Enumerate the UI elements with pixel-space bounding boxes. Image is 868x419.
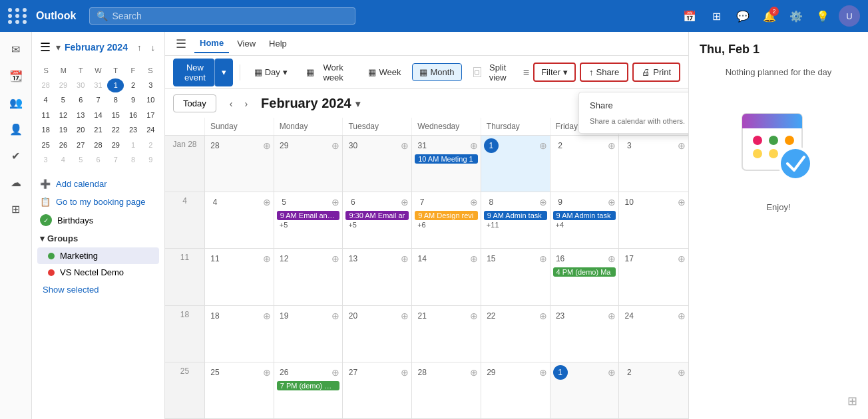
cal-day[interactable]: 27⊕ (343, 362, 412, 418)
cal-day[interactable]: 23⊕ (550, 306, 620, 362)
contacts-icon[interactable]: 👤 (4, 117, 28, 141)
mini-day[interactable]: 31 (90, 78, 107, 92)
menu-hamburger[interactable]: ☰ (176, 37, 186, 51)
add-event-icon[interactable]: ⊕ (263, 140, 271, 151)
help-icon[interactable]: 💡 (812, 5, 833, 27)
mini-day[interactable]: 27 (73, 138, 89, 152)
filter-button[interactable]: Filter ▾ (533, 63, 576, 82)
cal-day[interactable]: 19⊕ (274, 306, 343, 362)
cal-day[interactable]: 4⊕ (205, 192, 274, 248)
mini-day[interactable]: 20 (73, 123, 89, 137)
mini-day[interactable]: 4 (37, 93, 54, 107)
mini-day[interactable]: 26 (55, 138, 71, 152)
add-event-icon[interactable]: ⊕ (401, 311, 409, 321)
cal-day[interactable]: 2⊕ (550, 136, 620, 192)
cal-day[interactable]: 6⊕ 9:30 AM Email ar +5 (343, 192, 412, 248)
add-event-icon[interactable]: ⊕ (608, 253, 616, 264)
cal-day[interactable]: 24⊕ (619, 306, 688, 362)
add-event-icon[interactable]: ⊕ (401, 253, 409, 264)
calendar-nav-icon[interactable]: 📆 (4, 64, 28, 88)
mini-day[interactable]: 16 (124, 108, 141, 122)
apps-nav-icon[interactable]: ⊞ (4, 197, 28, 221)
add-event-icon[interactable]: ⊕ (539, 253, 547, 264)
cal-day[interactable]: 5⊕ 9 AM Email and c +5 (274, 192, 343, 248)
add-event-icon[interactable]: ⊕ (539, 311, 547, 321)
cal-day[interactable]: 14⊕ (412, 249, 481, 305)
marketing-group-item[interactable]: Marketing (37, 247, 159, 264)
event-pill[interactable]: 9 AM Admin task (553, 211, 616, 220)
print-button[interactable]: 🖨 Print (632, 63, 680, 82)
add-event-icon[interactable]: ⊕ (263, 253, 271, 264)
cal-day[interactable]: 11⊕ (205, 249, 274, 305)
mini-day[interactable]: 10 (142, 93, 159, 107)
add-event-icon[interactable]: ⊕ (539, 367, 547, 378)
mail-icon[interactable]: ✉ (4, 37, 28, 61)
avatar[interactable]: U (839, 5, 860, 27)
prev-month-button[interactable]: ↑ (133, 41, 146, 54)
event-pill[interactable]: 4 PM (demo) Ma (553, 267, 616, 277)
cal-day[interactable]: 18⊕ (205, 306, 274, 362)
mini-day[interactable]: 25 (37, 138, 54, 152)
todo-icon[interactable]: ✔ (4, 144, 28, 168)
cal-day[interactable]: 26⊕ 7 PM (demo) Eve (274, 362, 343, 418)
mini-day[interactable]: 5 (73, 153, 89, 167)
settings-icon[interactable]: ⚙️ (785, 5, 807, 27)
add-event-icon[interactable]: ⊕ (470, 253, 478, 264)
mini-day[interactable]: 3 (142, 78, 159, 92)
event-pill[interactable]: 9:30 AM Email ar (345, 211, 409, 220)
add-event-icon[interactable]: ⊕ (539, 197, 547, 208)
mini-day[interactable]: 4 (55, 153, 71, 167)
add-event-icon[interactable]: ⊕ (263, 367, 271, 378)
add-event-icon[interactable]: ⊕ (331, 311, 339, 321)
search-input[interactable] (112, 11, 348, 21)
work-week-button[interactable]: ▦ Work week (299, 59, 357, 86)
chat-icon[interactable]: 💬 (732, 5, 754, 27)
cal-day[interactable]: 28⊕ (205, 136, 274, 192)
add-event-icon[interactable]: ⊕ (331, 367, 339, 378)
add-event-icon[interactable]: ⊕ (401, 197, 409, 208)
new-event-dropdown[interactable]: ▾ (214, 59, 233, 86)
apps-button[interactable] (8, 8, 28, 24)
mini-day[interactable]: 28 (90, 138, 107, 152)
calendar-icon[interactable]: 📅 (679, 5, 700, 27)
week-view-button[interactable]: ▦ Week (361, 63, 408, 81)
mini-day[interactable]: 17 (142, 108, 159, 122)
sidebar-month-title[interactable]: February 2024 (65, 42, 128, 53)
add-calendar-button[interactable]: ➕ Add calendar (37, 175, 159, 193)
event-more[interactable]: +5 (345, 220, 409, 229)
event-more[interactable]: +11 (484, 220, 547, 229)
mini-day[interactable]: 18 (37, 123, 54, 137)
mini-day[interactable]: 11 (37, 108, 54, 122)
event-pill[interactable]: 7 PM (demo) Eve (277, 381, 340, 390)
collapse-icon[interactable]: ▾ (56, 42, 61, 53)
add-event-icon[interactable]: ⊕ (470, 197, 478, 208)
cal-day[interactable]: 2⊕ (619, 362, 688, 418)
add-event-icon[interactable]: ⊕ (331, 140, 339, 151)
cal-day[interactable]: 30⊕ (343, 136, 412, 192)
search-bar[interactable]: 🔍 (89, 7, 355, 25)
cal-day[interactable]: 17⊕ (619, 249, 688, 305)
cal-day[interactable]: 8⊕ 9 AM Admin task +11 (481, 192, 550, 248)
split-view-button[interactable]: □ Split view (466, 59, 519, 86)
add-event-icon[interactable]: ⊕ (678, 253, 686, 264)
add-event-icon[interactable]: ⊕ (331, 253, 339, 264)
mini-day[interactable]: 29 (107, 138, 124, 152)
cal-day[interactable]: 21⊕ (412, 306, 481, 362)
people-icon[interactable]: 👥 (4, 90, 28, 114)
menu-icon[interactable]: ☰ (37, 37, 53, 57)
mini-day[interactable]: 22 (107, 123, 124, 137)
add-event-icon[interactable]: ⊕ (678, 367, 686, 378)
cal-day[interactable]: 20⊕ (343, 306, 412, 362)
mini-day[interactable]: 9 (124, 93, 141, 107)
mini-day[interactable]: 3 (37, 153, 54, 167)
cal-day[interactable]: 7⊕ 9 AM Design revi +6 (412, 192, 481, 248)
day-view-button[interactable]: ▦ Day ▾ (247, 63, 295, 81)
mini-day[interactable]: 8 (124, 153, 141, 167)
prev-month-button[interactable]: ‹ (224, 96, 238, 112)
mini-day[interactable]: 2 (124, 78, 141, 92)
mini-day[interactable]: 5 (55, 93, 71, 107)
notification-icon[interactable]: 🔔 2 (759, 5, 780, 27)
expand-icon[interactable]: ⊞ (847, 394, 857, 408)
mini-day[interactable]: 23 (124, 123, 141, 137)
cal-day[interactable]: 13⊕ (343, 249, 412, 305)
